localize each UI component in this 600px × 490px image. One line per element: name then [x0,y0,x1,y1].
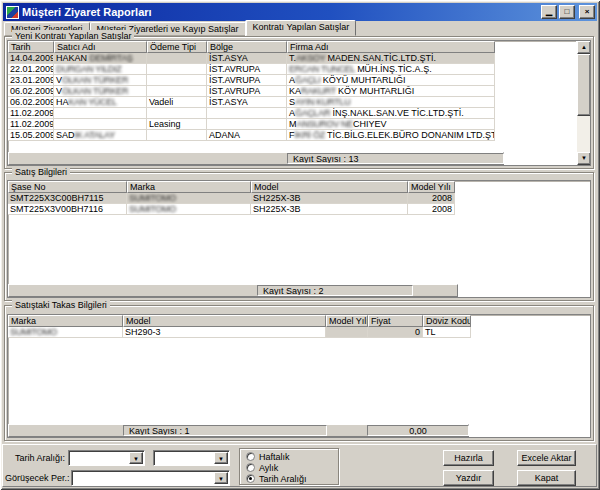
print-button[interactable]: Yazdır [443,470,494,486]
table-row[interactable]: 06.02.2009 VOLKAN TÜRKER İST.AVRUPA KARA… [8,86,590,97]
cell-firma: SAYIN KURTLU [287,97,495,108]
cell-satici: VOLKAN TÜRKER [54,86,147,97]
sales-info-groupbox: Satış Bilgileri Şase No Marka Model Mode… [4,172,594,301]
column-header-model-yili[interactable]: Model Yılı [408,181,455,193]
minimize-button[interactable]: ▁ [541,5,557,19]
groupbox-title: Satıştaki Takas Bilgileri [12,299,110,311]
filter-panel: Tarih Aralığı: ▼ ▼ Görüşecek Per.: ▼ Haf… [2,444,597,487]
grid-footer: Kayıt Sayısı : 13 [8,152,504,165]
cell-model-yili [326,327,368,338]
scrollbar-thumb[interactable] [577,54,591,116]
cell-bolge [207,119,287,130]
maximize-icon: □ [565,7,570,16]
cell-odeme: Vadeli [147,97,207,108]
grid-header-row: Tarih Satıcı Adı Ödeme Tipi Bölge Firma … [8,41,590,53]
dropdown-button[interactable]: ▼ [214,452,228,464]
sales-info-grid: Şase No Marka Model Model Yılı SMT225X3C… [7,180,591,298]
column-header-doviz-kodu[interactable]: Döviz Kodu [423,315,471,327]
column-header-model-yili[interactable]: Model Yılı [326,315,368,327]
cell-firma: AĞAÇLI KÖYÜ MUHTARLIĞI [287,75,495,86]
column-header-sase-no[interactable]: Şase No [8,181,127,193]
person-combo[interactable]: ▼ [71,470,230,486]
column-header-model[interactable]: Model [123,315,326,327]
scroll-down-button[interactable]: ▼ [577,152,591,165]
table-row[interactable]: 23.01.2009 VOLKAN TÜRKER İST.AVRUPA AĞAÇ… [8,75,590,86]
prepare-button[interactable]: Hazırla [443,450,494,466]
column-header-marka[interactable]: Marka [127,181,251,193]
grid-footer: Kayıt Sayısı : 1 0,00 [8,424,469,437]
table-row[interactable]: SMT225X3C00BH7115 SUMITOMO SH225X-3B 200… [8,193,590,204]
column-header-bolge[interactable]: Bölge [207,41,287,53]
table-row[interactable]: 06.02.2009 HAKAN YÜCEL Vadeli İST.ASYA S… [8,97,590,108]
cell-bolge: İST.ASYA [207,97,287,108]
column-header-marka[interactable]: Marka [8,315,123,327]
radio-aylik[interactable]: Aylık [246,462,338,473]
title-bar[interactable]: Müşteri Ziyaret Raporları ▁ □ × [3,3,597,21]
cell-tarih: 15.05.2009 [8,130,54,141]
tab-kontrati-yapilan-satislar[interactable]: Kontratı Yapılan Satışlar [246,20,357,36]
column-header-firma-adi[interactable]: Firma Adı [287,41,495,53]
cell-satici: SADIK ATALAY [54,130,147,141]
column-header-fiyat[interactable]: Fiyat [368,315,423,327]
table-row[interactable]: 14.04.2009 HAKAN DEMİRTAŞ İST.ASYA T.AKS… [8,53,590,64]
scroll-up-button[interactable]: ▲ [577,41,591,54]
cell-satici [54,119,147,130]
radio-haftalik[interactable]: Haftalık [246,451,338,462]
minimize-icon: ▁ [546,7,552,16]
cell-satici: DURGAN YILDIZ [54,64,147,75]
cell-bolge: İST.ASYA [207,53,287,64]
column-header-satici-adi[interactable]: Satıcı Adı [54,41,147,53]
cell-bolge [207,108,287,119]
scroll-up-icon: ▲ [581,44,587,50]
cell-satici: HAKAN YÜCEL [54,97,147,108]
trade-in-groupbox: Satıştaki Takas Bilgileri Marka Model Mo… [4,305,594,441]
scroll-down-icon: ▼ [581,155,587,161]
cell-firma: MANSUROV NECHIYEV [287,119,495,130]
cell-odeme: Leasing [147,119,207,130]
total-amount: 0,00 [367,425,469,436]
cell-odeme [147,64,207,75]
window-title: Müşteri Ziyaret Raporları [22,6,539,18]
dropdown-button[interactable]: ▼ [214,472,228,484]
chevron-down-icon: ▼ [218,456,224,462]
table-row[interactable]: SMT225X3V00BH7116 SUMITOMO SH225X-3B 200… [8,204,590,215]
table-row[interactable]: 11.02.2009 AĞAÇLAR İNŞ.NAKL.SAN.VE TİC.L… [8,108,590,119]
column-header-tarih[interactable]: Tarih [8,41,54,53]
date-to-combo[interactable]: ▼ [153,450,230,466]
radio-tarih-araligi[interactable]: Tarih Aralığı [246,473,338,484]
cell-model-yili: 2008 [408,193,455,204]
table-row[interactable]: 22.01.2009 DURGAN YILDIZ İST.AVRUPA ERCA… [8,64,590,75]
cell-odeme [147,75,207,86]
chevron-down-icon: ▼ [133,456,139,462]
cell-sase-no: SMT225X3C00BH7115 [8,193,127,204]
vertical-scrollbar[interactable]: ▲ ▼ [576,41,590,165]
cell-bolge: İST.AVRUPA [207,86,287,97]
cell-fiyat: 0 [368,327,423,338]
cell-odeme [147,108,207,119]
column-header-model[interactable]: Model [251,181,408,193]
cell-model-yili: 2008 [408,204,455,215]
close-button[interactable]: Kapat [517,470,576,486]
maximize-button[interactable]: □ [559,5,575,19]
cell-firma: ERCAN TUNCEL MÜH.İNŞ.TİC.A.Ş. [287,64,495,75]
new-contract-sales-groupbox: Yeni Kontratı Yapılan Satışlar Tarih Sat… [4,36,594,169]
table-row[interactable]: SUMITOMO SH290-3 0 TL [8,327,590,338]
date-from-combo[interactable]: ▼ [68,450,145,466]
close-window-button[interactable]: × [579,5,595,19]
cell-satici: VOLKAN TÜRKER [54,75,147,86]
groupbox-title: Satış Bilgileri [12,166,70,178]
cell-sase-no: SMT225X3V00BH7116 [8,204,127,215]
close-icon: × [585,7,590,16]
radio-icon [246,463,255,472]
column-header-odeme-tipi[interactable]: Ödeme Tipi [147,41,207,53]
grid-header-row: Marka Model Model Yılı Fiyat Döviz Kodu [8,315,590,327]
table-row[interactable]: 15.05.2009 SADIK ATALAY ADANA FİKRİ ÖZ T… [8,130,590,141]
person-label: Görüşecek Per.: [5,472,68,484]
cell-doviz-kodu: TL [423,327,471,338]
table-row[interactable]: 11.02.2009 Leasing MANSUROV NECHIYEV [8,119,590,130]
dropdown-button[interactable]: ▼ [129,452,143,464]
export-excel-button[interactable]: Excele Aktar [517,450,576,466]
app-icon [6,6,19,19]
radio-icon [246,452,255,461]
new-contract-sales-grid: Tarih Satıcı Adı Ödeme Tipi Bölge Firma … [7,40,591,166]
